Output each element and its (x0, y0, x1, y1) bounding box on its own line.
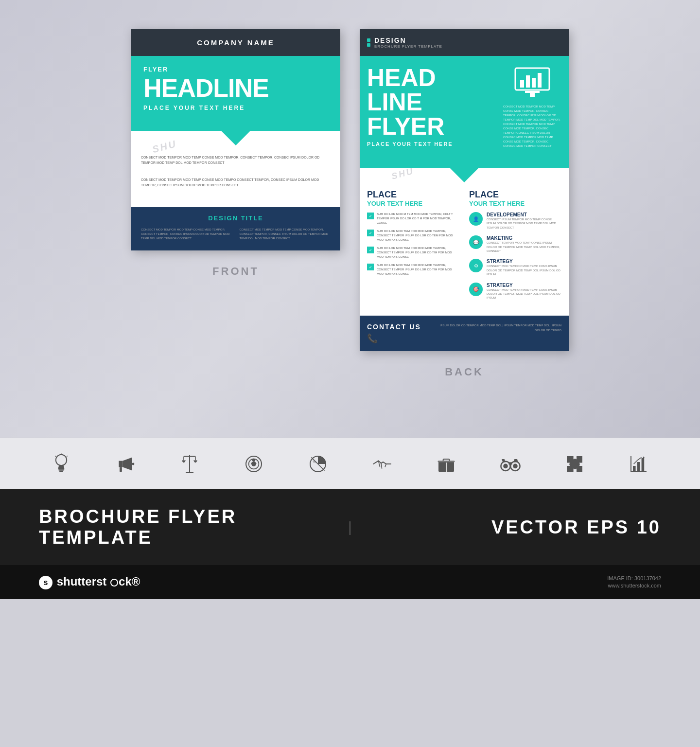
svg-point-33 (503, 463, 508, 468)
flyers-container: COMPANY NAME FLYER HEADLINE PLACE YOUR T… (39, 29, 661, 378)
check-item-1: ✓ SUM DO LOR MOD M TEM MOD MOD TEMPOR, O… (367, 212, 459, 225)
back-flyer-wrapper: DESIGN BROCHURE FLYER TEMPLATE HEAD LINE… (360, 29, 569, 378)
front-flyer-wrapper: COMPANY NAME FLYER HEADLINE PLACE YOUR T… (131, 29, 340, 278)
dev-text: CONSECT IPSUM TEMPOR MOD TEMP CONSE IPSU… (487, 217, 561, 230)
right-item-1: 👤 DEVELOPEMENT CONSECT IPSUM TEMPOR MOD … (469, 212, 561, 230)
handshake-icon (369, 450, 396, 477)
back-headline-group: HEAD LINE FLYER PLACE YOUR TEXT HERE (367, 66, 453, 148)
percent-pie-icon: % (305, 450, 332, 477)
image-id-label: IMAGE ID: (607, 575, 633, 581)
svg-point-23 (252, 458, 255, 461)
company-name: COMPANY NAME (197, 38, 275, 47)
design-dots (367, 38, 370, 47)
image-id: IMAGE ID: 300137042 (607, 575, 661, 581)
right-items-list: 👤 DEVELOPEMENT CONSECT IPSUM TEMPOR MOD … (469, 212, 561, 300)
checklist: ✓ SUM DO LOR MOD M TEM MOD MOD TEMPOR, O… (367, 212, 459, 276)
footer: s shutterst ck® IMAGE ID: 300137042 www.… (0, 565, 700, 599)
svg-rect-2 (530, 93, 535, 97)
front-top-bar: COMPANY NAME (131, 29, 340, 56)
flyer-headline: HEADLINE (143, 75, 328, 101)
back-teal-section: HEAD LINE FLYER PLACE YOUR TEXT HERE (360, 56, 569, 168)
svg-rect-5 (532, 78, 536, 88)
svg-rect-1 (525, 91, 540, 93)
target-title: STRATEGY (487, 283, 561, 288)
svg-rect-8 (58, 469, 64, 470)
back-teal-right: CONSECT MOD TEMPOR MOD TEMP CONSE MOD TE… (503, 66, 561, 148)
strategy-content: STRATEGY CONSECT MOD TEMPOR MOD TEMP CON… (487, 259, 561, 276)
checkbox-icon-1: ✓ (367, 213, 374, 219)
monitor-icon (513, 66, 552, 100)
right-your-text: YOUR TEXT HERE (469, 200, 561, 207)
lightbulb-icon (48, 450, 75, 477)
title-accent: TITLE (241, 214, 263, 222)
strategy-title: STRATEGY (487, 259, 561, 264)
left-your-text: YOUR TEXT HERE (367, 200, 459, 207)
target-people-icon (241, 450, 267, 477)
shutterstock-s-icon: s (39, 576, 52, 589)
o-circle-icon (110, 579, 118, 587)
back-white-section: PLACE YOUR TEXT HERE ✓ SUM DO LOR MOD M … (360, 168, 569, 316)
svg-rect-3 (520, 80, 524, 88)
check-text-3: SUM DO LOR MOD TEM POR MOD MOD TEMPOR, C… (377, 246, 459, 259)
headline-line2: LINE (367, 90, 453, 114)
design-label: DESIGN (208, 214, 238, 222)
front-label: FRONT (131, 265, 340, 278)
marketing-icon: 💬 (469, 235, 483, 249)
back-bottom-right-text: IPSUM DOLOR OD TEMPOR MOD TEMP DOL | IPS… (431, 323, 561, 333)
back-place-text: PLACE YOUR TEXT HERE (367, 141, 453, 147)
back-body-text: CONSECT MOD TEMPOR MOD TEMP CONSE MOD TE… (503, 105, 561, 148)
svg-rect-9 (59, 470, 63, 471)
bottom-col-1: CONSECT MOD TEMPOR MOD TEMP CONSE MOD TE… (141, 228, 232, 241)
logo-text: shutterst (57, 575, 107, 588)
body-text-1: CONSECT MOD TEMPOR MOD TEMP CONSE MOD TE… (141, 155, 331, 165)
svg-point-34 (513, 463, 518, 468)
flyer-place-text: PLACE YOUR TEXT HERE (143, 105, 328, 111)
check-item-4: ✓ SUM DO LOR MOD TEM POR MOD MOD TEMPOR,… (367, 263, 459, 276)
target-content: STRATEGY CONSECT MOD TEMPOR MOD TEMP CON… (487, 283, 561, 300)
bottom-bar-divider: | (348, 519, 352, 535)
check-text-2: SUM DO LOR MOD TEM POR MOD MOD TEMPOR, C… (377, 229, 459, 242)
left-place-title: PLACE (367, 190, 459, 200)
svg-rect-38 (633, 466, 636, 472)
headline-line3: FLYER (367, 114, 453, 139)
footer-right: IMAGE ID: 300137042 www.shutterstock.com (607, 575, 661, 588)
briefcase-icon (433, 450, 460, 477)
contact-section: CONTACT US 📞 (367, 323, 421, 344)
dev-content: DEVELOPEMENT CONSECT IPSUM TEMPOR MOD TE… (487, 212, 561, 230)
front-flyer: COMPANY NAME FLYER HEADLINE PLACE YOUR T… (131, 29, 340, 250)
checkbox-icon-3: ✓ (367, 247, 374, 253)
back-flyer: DESIGN BROCHURE FLYER TEMPLATE HEAD LINE… (360, 29, 569, 351)
back-headline: HEAD LINE FLYER (367, 66, 453, 139)
right-item-4: 🎯 STRATEGY CONSECT MOD TEMPOR MOD TEMP C… (469, 283, 561, 300)
svg-point-14 (132, 462, 135, 465)
back-bottom: CONTACT US 📞 IPSUM DOLOR OD TEMPOR MOD T… (360, 316, 569, 351)
target-text: CONSECT MOD TEMPOR MOD TEMP CONS IPSUM D… (487, 288, 561, 300)
bottom-bar-title: BROCHURE FLYER TEMPLATE (39, 506, 319, 548)
check-item-3: ✓ SUM DO LOR MOD TEM POR MOD MOD TEMPOR,… (367, 246, 459, 259)
front-teal-section: FLYER HEADLINE PLACE YOUR TEXT HERE (131, 56, 340, 131)
back-left-col: PLACE YOUR TEXT HERE ✓ SUM DO LOR MOD M … (367, 190, 459, 306)
svg-point-7 (56, 454, 67, 465)
back-top-bar: DESIGN BROCHURE FLYER TEMPLATE (360, 29, 569, 56)
body-text-2: CONSECT MOD TEMPOR MOD TEMP CONSE MOD TE… (141, 178, 331, 188)
back-teal-notch (450, 168, 479, 182)
right-item-2: 💬 MAKETING CONSECT TEMPOR MOD TEMP CONSE… (469, 235, 561, 253)
icons-row: % (0, 438, 700, 489)
strategy-text: CONSECT MOD TEMPOR MOD TEMP CONS IPSUM D… (487, 264, 561, 276)
megaphone-icon (112, 450, 139, 477)
flyer-subtitle: FLYER (143, 66, 328, 73)
check-text-1: SUM DO LOR MOD M TEM MOD MOD TEMPOR, OKL… (377, 212, 459, 225)
contact-us-label: CONTACT US (367, 323, 421, 331)
binoculars-icon (497, 450, 524, 477)
svg-rect-39 (637, 462, 640, 472)
svg-rect-6 (538, 73, 542, 88)
right-place-title: PLACE (469, 190, 561, 200)
front-bottom: DESIGN TITLE CONSECT MOD TEMPOR MOD TEMP… (131, 207, 340, 250)
back-design-label: DESIGN (374, 36, 442, 44)
svg-line-11 (55, 456, 56, 457)
back-right-col: PLACE YOUR TEXT HERE 👤 DEVELOPEMENT CONS… (469, 190, 561, 306)
svg-line-12 (67, 456, 68, 457)
dot-1 (367, 38, 370, 42)
checkbox-icon-4: ✓ (367, 264, 374, 270)
svg-rect-40 (642, 458, 645, 472)
